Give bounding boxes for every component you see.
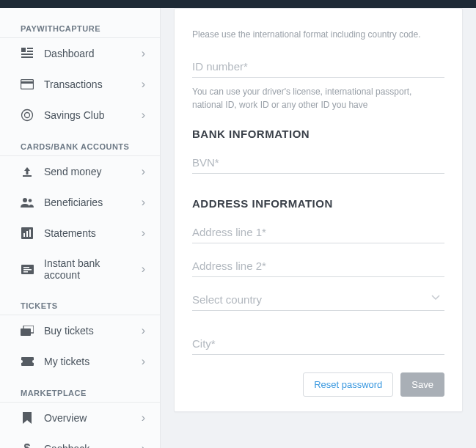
section-heading-marketplace: MARKETPLACE [0, 384, 160, 403]
svg-rect-0 [21, 48, 26, 52]
savings-icon [21, 109, 34, 122]
svg-rect-13 [23, 233, 25, 237]
svg-rect-15 [29, 229, 31, 237]
address-line-1-field[interactable] [192, 220, 444, 243]
section-heading-cards-bank: CARDS/BANK ACCOUNTS [0, 138, 160, 156]
sidebar-item-transactions[interactable]: Transactions › [0, 69, 160, 100]
sidebar-item-label: Buy tickets [44, 325, 131, 337]
cheque-icon [21, 262, 34, 276]
sidebar-item-label: Statements [44, 227, 131, 239]
bvn-field[interactable] [192, 150, 444, 174]
chevron-right-icon: › [142, 78, 145, 91]
sidebar: PAYWITHCAPTURE Dashboard › Transactions … [0, 8, 161, 448]
chevron-right-icon: › [142, 411, 145, 425]
svg-rect-17 [23, 267, 29, 268]
bookmark-icon [21, 411, 34, 425]
sidebar-item-label: Cashback [44, 443, 131, 448]
chevron-right-icon: › [142, 324, 145, 337]
sidebar-item-savings-club[interactable]: Savings Club › [0, 100, 160, 131]
card-icon [21, 78, 34, 91]
upload-icon [21, 165, 34, 178]
phone-help-text: Please use the international format incl… [192, 28, 444, 41]
city-field[interactable] [192, 331, 444, 355]
people-icon [21, 196, 34, 209]
sidebar-item-label: Dashboard [44, 48, 131, 59]
svg-rect-20 [21, 328, 31, 336]
svg-rect-18 [23, 269, 32, 271]
chevron-right-icon: › [142, 442, 145, 448]
chevron-right-icon: › [142, 109, 145, 122]
bank-section-title: BANK INFORMATION [192, 128, 444, 140]
svg-rect-9 [23, 175, 32, 177]
sidebar-item-my-tickets[interactable]: My tickets › [0, 346, 160, 377]
svg-point-7 [22, 110, 33, 121]
main-content: Please use the international format incl… [161, 8, 476, 448]
sidebar-item-buy-tickets[interactable]: Buy tickets › [0, 315, 160, 346]
svg-rect-2 [27, 51, 33, 52]
id-number-field[interactable] [192, 54, 444, 78]
chevron-right-icon: › [142, 262, 145, 276]
svg-point-11 [29, 199, 32, 202]
svg-point-10 [23, 198, 27, 202]
chevron-right-icon: › [142, 227, 145, 240]
section-heading-tickets: TICKETS [0, 297, 160, 315]
sidebar-item-label: Transactions [44, 78, 131, 90]
sidebar-item-label: Send money [44, 166, 131, 177]
svg-point-8 [25, 113, 30, 118]
form-card: Please use the international format incl… [174, 8, 463, 412]
sidebar-item-beneficiaries[interactable]: Beneficiaries › [0, 187, 160, 218]
svg-rect-4 [21, 56, 33, 58]
sidebar-item-label: Savings Club [44, 109, 131, 121]
sidebar-item-label: Instant bank account [44, 257, 131, 281]
address-section-title: ADDRESS INFORMATION [192, 197, 444, 210]
id-help-text: You can use your driver's license, inter… [192, 85, 444, 111]
section-heading-paywithcapture: PAYWITHCAPTURE [0, 20, 160, 38]
tickets-icon [21, 324, 34, 337]
sidebar-item-instant-bank[interactable]: Instant bank account › [0, 249, 160, 290]
sidebar-item-overview[interactable]: Overview › [0, 403, 160, 433]
dollar-icon: $ [21, 442, 34, 448]
svg-rect-14 [26, 231, 28, 237]
country-select[interactable] [192, 287, 444, 311]
reset-password-button[interactable]: Reset password [303, 372, 393, 397]
sidebar-item-label: Overview [44, 412, 131, 424]
svg-rect-3 [21, 54, 33, 55]
svg-rect-5 [21, 80, 34, 89]
sidebar-item-send-money[interactable]: Send money › [0, 156, 160, 187]
chart-icon [21, 227, 34, 240]
svg-rect-1 [27, 48, 33, 49]
top-bar [0, 0, 476, 8]
chevron-right-icon: › [142, 355, 145, 368]
save-button[interactable]: Save [400, 372, 444, 397]
sidebar-item-label: Beneficiaries [44, 197, 131, 208]
svg-text:$: $ [24, 442, 31, 448]
dashboard-icon [21, 47, 34, 60]
ticket-icon [21, 355, 34, 368]
sidebar-item-dashboard[interactable]: Dashboard › [0, 38, 160, 69]
svg-rect-19 [23, 271, 28, 273]
chevron-right-icon: › [142, 165, 145, 178]
sidebar-item-cashback[interactable]: $ Cashback › [0, 433, 160, 448]
chevron-right-icon: › [142, 47, 145, 60]
address-line-2-field[interactable] [192, 254, 444, 277]
sidebar-item-label: My tickets [44, 356, 131, 367]
sidebar-item-statements[interactable]: Statements › [0, 218, 160, 249]
svg-rect-6 [21, 81, 34, 84]
svg-rect-22 [21, 357, 34, 366]
chevron-right-icon: › [142, 196, 145, 209]
